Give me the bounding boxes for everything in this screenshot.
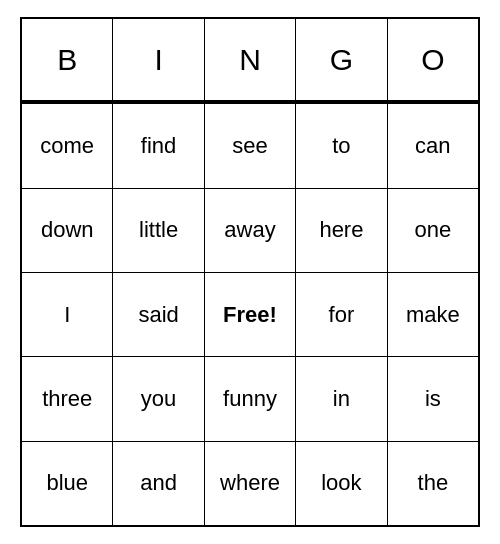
header-i: I: [113, 19, 204, 102]
cell-3-5: make: [388, 273, 478, 356]
row-4: three you funny in is: [22, 357, 478, 441]
cell-4-5: is: [388, 357, 478, 440]
cell-1-3: see: [205, 104, 296, 187]
row-2: down little away here one: [22, 189, 478, 273]
cell-2-2: little: [113, 189, 204, 272]
cell-2-4: here: [296, 189, 387, 272]
cell-5-1: blue: [22, 442, 113, 525]
cell-1-4: to: [296, 104, 387, 187]
cell-1-2: find: [113, 104, 204, 187]
cell-5-2: and: [113, 442, 204, 525]
cell-3-1: I: [22, 273, 113, 356]
cell-3-2: said: [113, 273, 204, 356]
header-row: B I N G O: [22, 19, 478, 104]
cell-2-1: down: [22, 189, 113, 272]
row-3: I said Free! for make: [22, 273, 478, 357]
cell-4-1: three: [22, 357, 113, 440]
row-5: blue and where look the: [22, 442, 478, 525]
bingo-card: B I N G O come find see to can down litt…: [20, 17, 480, 527]
cell-4-3: funny: [205, 357, 296, 440]
cell-3-4: for: [296, 273, 387, 356]
cell-1-1: come: [22, 104, 113, 187]
cell-2-3: away: [205, 189, 296, 272]
cell-4-2: you: [113, 357, 204, 440]
cell-5-4: look: [296, 442, 387, 525]
cell-5-5: the: [388, 442, 478, 525]
cell-5-3: where: [205, 442, 296, 525]
header-b: B: [22, 19, 113, 102]
cell-2-5: one: [388, 189, 478, 272]
header-o: O: [388, 19, 478, 102]
cell-4-4: in: [296, 357, 387, 440]
cell-1-5: can: [388, 104, 478, 187]
row-1: come find see to can: [22, 104, 478, 188]
cell-3-3-free: Free!: [205, 273, 296, 356]
header-g: G: [296, 19, 387, 102]
header-n: N: [205, 19, 296, 102]
